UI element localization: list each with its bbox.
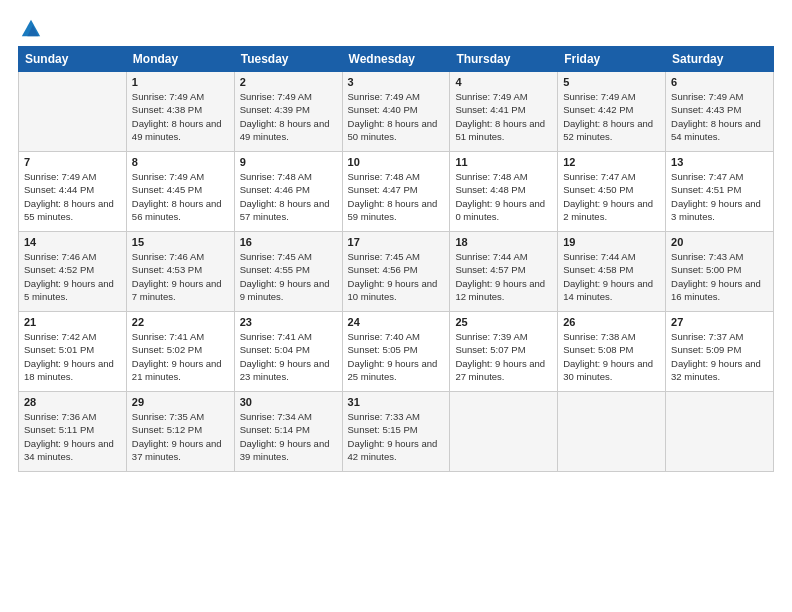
day-cell: 21Sunrise: 7:42 AMSunset: 5:01 PMDayligh… bbox=[19, 312, 127, 392]
day-cell: 3Sunrise: 7:49 AMSunset: 4:40 PMDaylight… bbox=[342, 72, 450, 152]
day-number: 26 bbox=[563, 316, 660, 328]
day-cell: 23Sunrise: 7:41 AMSunset: 5:04 PMDayligh… bbox=[234, 312, 342, 392]
day-number: 16 bbox=[240, 236, 337, 248]
day-cell: 19Sunrise: 7:44 AMSunset: 4:58 PMDayligh… bbox=[558, 232, 666, 312]
day-info: Sunrise: 7:47 AMSunset: 4:51 PMDaylight:… bbox=[671, 170, 768, 223]
day-info: Sunrise: 7:49 AMSunset: 4:42 PMDaylight:… bbox=[563, 90, 660, 143]
day-cell bbox=[666, 392, 774, 472]
day-number: 4 bbox=[455, 76, 552, 88]
day-number: 3 bbox=[348, 76, 445, 88]
day-cell: 20Sunrise: 7:43 AMSunset: 5:00 PMDayligh… bbox=[666, 232, 774, 312]
day-cell: 2Sunrise: 7:49 AMSunset: 4:39 PMDaylight… bbox=[234, 72, 342, 152]
weekday-header-monday: Monday bbox=[126, 47, 234, 72]
day-cell: 15Sunrise: 7:46 AMSunset: 4:53 PMDayligh… bbox=[126, 232, 234, 312]
day-info: Sunrise: 7:44 AMSunset: 4:57 PMDaylight:… bbox=[455, 250, 552, 303]
day-cell bbox=[450, 392, 558, 472]
day-number: 1 bbox=[132, 76, 229, 88]
day-info: Sunrise: 7:38 AMSunset: 5:08 PMDaylight:… bbox=[563, 330, 660, 383]
day-cell: 1Sunrise: 7:49 AMSunset: 4:38 PMDaylight… bbox=[126, 72, 234, 152]
day-number: 21 bbox=[24, 316, 121, 328]
logo-icon bbox=[20, 18, 42, 40]
day-cell: 14Sunrise: 7:46 AMSunset: 4:52 PMDayligh… bbox=[19, 232, 127, 312]
weekday-header-sunday: Sunday bbox=[19, 47, 127, 72]
day-cell: 30Sunrise: 7:34 AMSunset: 5:14 PMDayligh… bbox=[234, 392, 342, 472]
weekday-header-tuesday: Tuesday bbox=[234, 47, 342, 72]
week-row-3: 21Sunrise: 7:42 AMSunset: 5:01 PMDayligh… bbox=[19, 312, 774, 392]
day-cell: 5Sunrise: 7:49 AMSunset: 4:42 PMDaylight… bbox=[558, 72, 666, 152]
day-number: 31 bbox=[348, 396, 445, 408]
weekday-header-thursday: Thursday bbox=[450, 47, 558, 72]
day-info: Sunrise: 7:45 AMSunset: 4:55 PMDaylight:… bbox=[240, 250, 337, 303]
day-info: Sunrise: 7:41 AMSunset: 5:02 PMDaylight:… bbox=[132, 330, 229, 383]
weekday-header-row: SundayMondayTuesdayWednesdayThursdayFrid… bbox=[19, 47, 774, 72]
day-number: 23 bbox=[240, 316, 337, 328]
day-number: 10 bbox=[348, 156, 445, 168]
day-number: 2 bbox=[240, 76, 337, 88]
day-number: 5 bbox=[563, 76, 660, 88]
day-info: Sunrise: 7:48 AMSunset: 4:47 PMDaylight:… bbox=[348, 170, 445, 223]
day-info: Sunrise: 7:49 AMSunset: 4:39 PMDaylight:… bbox=[240, 90, 337, 143]
day-cell: 18Sunrise: 7:44 AMSunset: 4:57 PMDayligh… bbox=[450, 232, 558, 312]
header bbox=[18, 18, 774, 36]
day-number: 7 bbox=[24, 156, 121, 168]
day-cell: 11Sunrise: 7:48 AMSunset: 4:48 PMDayligh… bbox=[450, 152, 558, 232]
day-cell bbox=[19, 72, 127, 152]
day-number: 13 bbox=[671, 156, 768, 168]
week-row-4: 28Sunrise: 7:36 AMSunset: 5:11 PMDayligh… bbox=[19, 392, 774, 472]
day-number: 11 bbox=[455, 156, 552, 168]
day-info: Sunrise: 7:40 AMSunset: 5:05 PMDaylight:… bbox=[348, 330, 445, 383]
weekday-header-wednesday: Wednesday bbox=[342, 47, 450, 72]
day-cell: 6Sunrise: 7:49 AMSunset: 4:43 PMDaylight… bbox=[666, 72, 774, 152]
day-info: Sunrise: 7:48 AMSunset: 4:48 PMDaylight:… bbox=[455, 170, 552, 223]
day-info: Sunrise: 7:48 AMSunset: 4:46 PMDaylight:… bbox=[240, 170, 337, 223]
day-cell: 9Sunrise: 7:48 AMSunset: 4:46 PMDaylight… bbox=[234, 152, 342, 232]
day-cell: 8Sunrise: 7:49 AMSunset: 4:45 PMDaylight… bbox=[126, 152, 234, 232]
day-cell: 29Sunrise: 7:35 AMSunset: 5:12 PMDayligh… bbox=[126, 392, 234, 472]
day-cell: 24Sunrise: 7:40 AMSunset: 5:05 PMDayligh… bbox=[342, 312, 450, 392]
day-number: 15 bbox=[132, 236, 229, 248]
weekday-header-friday: Friday bbox=[558, 47, 666, 72]
weekday-header-saturday: Saturday bbox=[666, 47, 774, 72]
day-cell: 22Sunrise: 7:41 AMSunset: 5:02 PMDayligh… bbox=[126, 312, 234, 392]
day-info: Sunrise: 7:41 AMSunset: 5:04 PMDaylight:… bbox=[240, 330, 337, 383]
day-info: Sunrise: 7:49 AMSunset: 4:38 PMDaylight:… bbox=[132, 90, 229, 143]
day-cell: 12Sunrise: 7:47 AMSunset: 4:50 PMDayligh… bbox=[558, 152, 666, 232]
day-number: 24 bbox=[348, 316, 445, 328]
calendar-table: SundayMondayTuesdayWednesdayThursdayFrid… bbox=[18, 46, 774, 472]
day-info: Sunrise: 7:46 AMSunset: 4:52 PMDaylight:… bbox=[24, 250, 121, 303]
logo bbox=[18, 18, 42, 36]
calendar-page: SundayMondayTuesdayWednesdayThursdayFrid… bbox=[0, 0, 792, 612]
day-number: 12 bbox=[563, 156, 660, 168]
day-info: Sunrise: 7:39 AMSunset: 5:07 PMDaylight:… bbox=[455, 330, 552, 383]
day-cell: 26Sunrise: 7:38 AMSunset: 5:08 PMDayligh… bbox=[558, 312, 666, 392]
day-number: 19 bbox=[563, 236, 660, 248]
day-number: 22 bbox=[132, 316, 229, 328]
day-cell: 7Sunrise: 7:49 AMSunset: 4:44 PMDaylight… bbox=[19, 152, 127, 232]
day-number: 14 bbox=[24, 236, 121, 248]
day-info: Sunrise: 7:46 AMSunset: 4:53 PMDaylight:… bbox=[132, 250, 229, 303]
day-info: Sunrise: 7:36 AMSunset: 5:11 PMDaylight:… bbox=[24, 410, 121, 463]
day-number: 17 bbox=[348, 236, 445, 248]
day-cell: 27Sunrise: 7:37 AMSunset: 5:09 PMDayligh… bbox=[666, 312, 774, 392]
week-row-1: 7Sunrise: 7:49 AMSunset: 4:44 PMDaylight… bbox=[19, 152, 774, 232]
day-number: 9 bbox=[240, 156, 337, 168]
day-info: Sunrise: 7:35 AMSunset: 5:12 PMDaylight:… bbox=[132, 410, 229, 463]
day-number: 8 bbox=[132, 156, 229, 168]
day-info: Sunrise: 7:43 AMSunset: 5:00 PMDaylight:… bbox=[671, 250, 768, 303]
day-info: Sunrise: 7:45 AMSunset: 4:56 PMDaylight:… bbox=[348, 250, 445, 303]
day-info: Sunrise: 7:42 AMSunset: 5:01 PMDaylight:… bbox=[24, 330, 121, 383]
day-info: Sunrise: 7:49 AMSunset: 4:43 PMDaylight:… bbox=[671, 90, 768, 143]
day-number: 28 bbox=[24, 396, 121, 408]
day-info: Sunrise: 7:49 AMSunset: 4:44 PMDaylight:… bbox=[24, 170, 121, 223]
day-number: 30 bbox=[240, 396, 337, 408]
day-number: 18 bbox=[455, 236, 552, 248]
day-info: Sunrise: 7:49 AMSunset: 4:41 PMDaylight:… bbox=[455, 90, 552, 143]
day-number: 25 bbox=[455, 316, 552, 328]
day-number: 29 bbox=[132, 396, 229, 408]
day-number: 20 bbox=[671, 236, 768, 248]
day-cell: 28Sunrise: 7:36 AMSunset: 5:11 PMDayligh… bbox=[19, 392, 127, 472]
day-info: Sunrise: 7:37 AMSunset: 5:09 PMDaylight:… bbox=[671, 330, 768, 383]
week-row-2: 14Sunrise: 7:46 AMSunset: 4:52 PMDayligh… bbox=[19, 232, 774, 312]
day-cell: 13Sunrise: 7:47 AMSunset: 4:51 PMDayligh… bbox=[666, 152, 774, 232]
day-cell bbox=[558, 392, 666, 472]
